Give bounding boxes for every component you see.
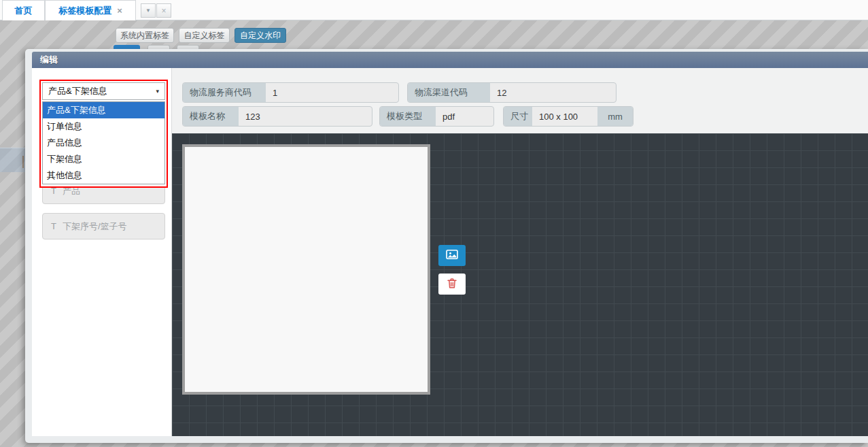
template-type-input[interactable]: pdf [436,107,493,126]
category-select-value: 产品&下架信息 [48,85,107,97]
subtab-system-builtin-labels[interactable]: 系统内置标签 [116,28,174,43]
category-select[interactable]: 产品&下架信息 ▾ [42,82,165,100]
tab-current-label: 标签模板配置 [58,5,111,17]
field-label: 物流服务商代码 [183,83,266,102]
image-icon [445,248,459,264]
app-screen: 首页 标签模板配置 × ▼ × 系统内置标签 自定义标签 自定义水印 编辑 [0,0,868,447]
tab-home-label: 首页 [15,5,33,17]
caret-down-icon: ▾ [156,88,159,95]
tab-label-template-config[interactable]: 标签模板配置 × [45,0,136,20]
size-unit-label: mm [597,107,633,126]
close-icon: × [161,6,166,16]
tab-home[interactable]: 首页 [2,0,45,20]
tab-list-dropdown-button[interactable]: ▼ [141,3,156,18]
underlying-fragment-tick [22,156,24,168]
edit-dialog: 编辑 T 产品 T 下架序号/篮子号 产品&下架信息 ▾ [25,49,868,443]
dialog-body: T 产品 T 下架序号/篮子号 产品&下架信息 ▾ 产品&下架信息 订单信息 [32,68,868,436]
tab-bar: 首页 标签模板配置 × ▼ × [0,0,868,20]
dialog-title: 编辑 [32,52,868,68]
option-product-info[interactable]: 产品信息 [43,135,164,151]
chevron-down-icon: ▼ [145,7,151,14]
palette-item-picking-basket[interactable]: T 下架序号/篮子号 [42,213,165,239]
option-picking-info[interactable]: 下架信息 [43,151,164,167]
underlying-panel-fragment [0,148,25,172]
field-logistics-channel-code: 物流渠道代码 12 [407,82,617,103]
text-type-icon: T [51,221,56,231]
trash-icon [446,277,458,292]
label-sheet-preview[interactable] [182,144,430,395]
subtab-custom-watermark[interactable]: 自定义水印 [235,28,286,43]
category-dropdown-highlight: 产品&下架信息 ▾ 产品&下架信息 订单信息 产品信息 下架信息 其他信息 [39,80,168,188]
field-size: 尺寸 100 x 100 mm [503,106,633,127]
field-template-name: 模板名称 123 [182,106,372,127]
field-label: 模板类型 [380,107,436,126]
option-order-info[interactable]: 订单信息 [43,118,164,135]
add-image-button[interactable] [438,245,466,266]
field-template-type: 模板类型 pdf [379,106,494,127]
logistics-provider-code-input[interactable]: 1 [266,83,398,102]
subtab-custom-labels[interactable]: 自定义标签 [179,28,230,43]
delete-button[interactable] [438,274,466,295]
tabbar-close-button[interactable]: × [156,3,171,18]
category-option-list: 产品&下架信息 订单信息 产品信息 下架信息 其他信息 [42,101,165,184]
field-label: 物流渠道代码 [408,83,490,102]
component-palette-panel: T 产品 T 下架序号/篮子号 产品&下架信息 ▾ 产品&下架信息 订单信息 [32,68,172,436]
logistics-channel-code-input[interactable]: 12 [490,83,616,102]
size-input[interactable]: 100 x 100 [532,107,597,126]
design-canvas[interactable] [172,133,868,436]
option-other-info[interactable]: 其他信息 [43,167,164,184]
subtab-system-label: 系统内置标签 [120,30,169,42]
template-name-input[interactable]: 123 [239,107,372,126]
field-label: 尺寸 [504,107,532,126]
subtab-watermark-label: 自定义水印 [240,30,281,42]
palette-item-label: 下架序号/篮子号 [63,220,127,233]
field-logistics-provider-code: 物流服务商代码 1 [182,82,399,103]
tab-close-icon[interactable]: × [117,5,122,16]
subtab-custom-label: 自定义标签 [184,30,225,42]
option-product-picking-info[interactable]: 产品&下架信息 [43,102,164,118]
field-label: 模板名称 [183,107,239,126]
